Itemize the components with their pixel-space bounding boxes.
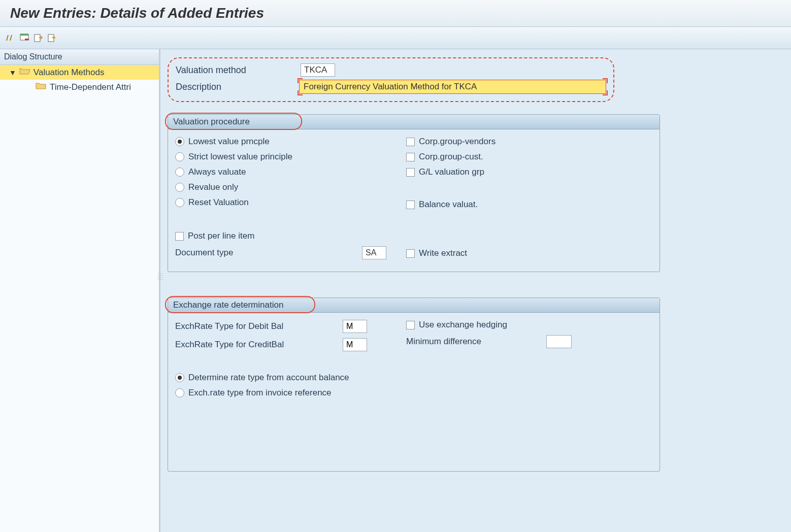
check-exchange-hedging[interactable]: Use exchange hedging — [406, 320, 652, 330]
table-delete-icon[interactable] — [19, 32, 30, 44]
import-icon[interactable] — [32, 32, 44, 44]
title-bar: New Entries: Details of Added Entries — [0, 0, 791, 27]
caret-down-icon[interactable]: ▼ — [9, 69, 16, 77]
valuation-method-label: Valuation method — [176, 65, 301, 76]
main-area: Dialog Structure ▼ Valuation Methods Tim… — [0, 49, 791, 532]
document-type-label: Document type — [175, 248, 362, 258]
exchange-rate-group: Exchange rate determination ExchRate Typ… — [168, 297, 660, 472]
description-input[interactable] — [299, 80, 606, 94]
check-post-per-line[interactable]: Post per line item — [175, 231, 406, 241]
debit-bal-label: ExchRate Type for Debit Bal — [175, 321, 343, 331]
tree-item-label: Time-Dependent Attri — [50, 82, 131, 92]
check-corp-vendors[interactable]: Corp.group-vendors — [406, 137, 652, 147]
radio-from-invoice[interactable]: Exch.rate type from invoice reference — [175, 388, 652, 398]
radio-reset-valuation[interactable]: Reset Valuation — [175, 197, 406, 208]
tree-valuation-methods[interactable]: ▼ Valuation Methods — [0, 65, 159, 80]
credit-bal-input[interactable] — [343, 338, 367, 351]
page-title: New Entries: Details of Added Entries — [10, 5, 264, 21]
export-icon[interactable] — [46, 32, 57, 44]
radio-strict-lowest[interactable]: Strict lowest value principle — [175, 152, 406, 162]
tree-time-dependent[interactable]: Time-Dependent Attri — [0, 80, 159, 94]
header-fields: Valuation method Description — [168, 57, 614, 102]
tree-item-label: Valuation Methods — [34, 68, 105, 78]
valuation-method-input[interactable] — [301, 63, 335, 77]
split-handle-icon[interactable]: ················ — [157, 273, 163, 281]
edit-icon[interactable] — [5, 32, 16, 44]
svg-rect-2 — [25, 39, 29, 40]
check-gl-valuation[interactable]: G/L valuation grp — [406, 167, 652, 177]
check-corp-cust[interactable]: Corp.group-cust. — [406, 152, 652, 162]
dialog-structure-sidebar: Dialog Structure ▼ Valuation Methods Tim… — [0, 49, 160, 532]
open-folder-icon — [19, 67, 29, 78]
min-diff-input[interactable] — [546, 335, 572, 348]
credit-bal-label: ExchRate Type for CreditBal — [175, 340, 343, 350]
debit-bal-input[interactable] — [343, 320, 367, 333]
toolbar — [0, 27, 791, 49]
radio-from-balance[interactable]: Determine rate type from account balance — [175, 373, 652, 383]
description-label: Description — [176, 82, 299, 92]
svg-rect-1 — [20, 34, 28, 36]
check-write-extract[interactable]: Write extract — [406, 248, 652, 258]
exchange-rate-title: Exchange rate determination — [168, 298, 660, 313]
sidebar-header: Dialog Structure — [0, 49, 159, 65]
valuation-procedure-title: Valuation procedure — [168, 115, 660, 129]
content-area: ················ Valuation method Descri… — [160, 49, 791, 532]
folder-icon — [36, 82, 46, 92]
radio-lowest-value[interactable]: Lowest value prncple — [175, 137, 406, 147]
radio-always-valuate[interactable]: Always valuate — [175, 167, 406, 177]
valuation-procedure-group: Valuation procedure Lowest value prncple… — [168, 114, 660, 272]
check-balance-valuat[interactable]: Balance valuat. — [406, 200, 652, 210]
radio-revalue-only[interactable]: Revalue only — [175, 182, 406, 192]
document-type-input[interactable] — [362, 246, 386, 259]
min-diff-label: Minimum difference — [406, 337, 538, 347]
